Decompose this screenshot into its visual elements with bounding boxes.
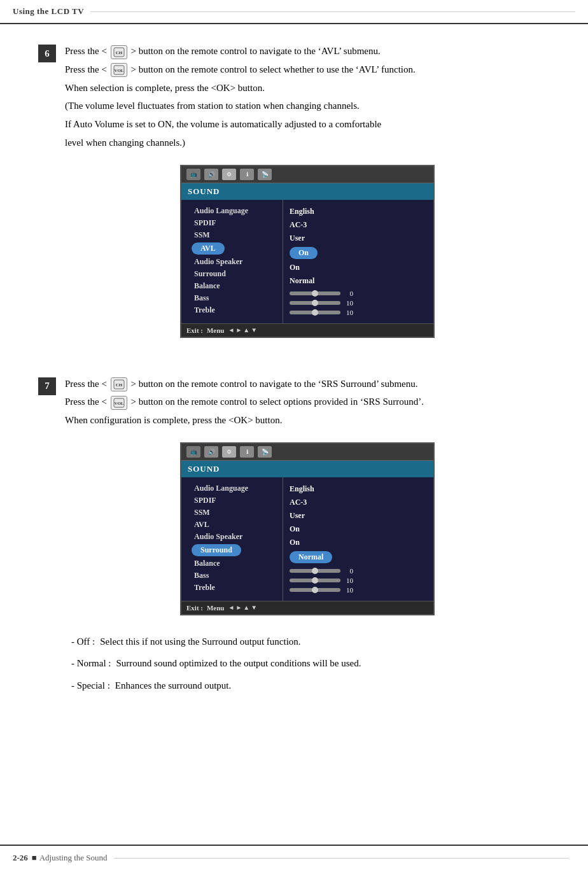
toolbar-antenna-icon: 📡	[258, 169, 272, 180]
step-7-line-3: When configuration is complete, press th…	[65, 412, 550, 428]
s2-slider-balance: 0	[290, 567, 427, 575]
screen-1-exit-label: Exit :	[186, 326, 203, 334]
menu-surround: Surround	[181, 268, 283, 280]
header-divider	[90, 11, 575, 12]
step-6-content: Press the < CH > button on the remote co…	[65, 43, 550, 357]
slider-treble: 10	[290, 309, 427, 316]
bullet-special-text: Enhances the surround output.	[115, 678, 231, 693]
val-on-highlighted: On	[290, 245, 427, 261]
svg-text:VOL: VOL	[114, 68, 123, 73]
screen-2-toolbar: 📺 🔊 ⚙ ℹ 📡	[181, 444, 433, 461]
screen-1-header: SOUND	[181, 183, 433, 200]
footer-section-label: Adjusting the Sound	[39, 853, 108, 863]
val-english: English	[290, 205, 427, 218]
ch-icon-1: CH	[111, 45, 127, 59]
page-footer: 2-26 ■ Adjusting the Sound	[0, 845, 588, 870]
screen-2-body: Audio Language SPDIF SSM AVL Audio Speak…	[181, 477, 433, 601]
footer-bullet: ■	[32, 853, 37, 863]
step-7-line-2: Press the < VOL > button on the remote c…	[65, 394, 550, 410]
footer-page-number: 2-26	[13, 853, 28, 863]
s2-menu-balance: Balance	[181, 558, 283, 570]
bullet-special-dash: - Special :	[71, 678, 110, 693]
screen-2-mockup: 📺 🔊 ⚙ ℹ 📡 SOUND Audio Language SPDIF SSM…	[180, 442, 435, 615]
s2-toolbar-info-icon: ℹ	[240, 446, 254, 458]
screen-1-toolbar: 📺 🔊 ⚙ ℹ 📡	[181, 166, 433, 183]
val-on2: On	[290, 261, 427, 274]
step-6-text: Press the < CH > button on the remote co…	[65, 43, 550, 151]
slider-balance: 0	[290, 290, 427, 297]
bullet-off-text: Select this if not using the Surround ou…	[100, 635, 300, 649]
step-6-line-3: When selection is complete, press the <O…	[65, 80, 550, 96]
screen-2-header: SOUND	[181, 461, 433, 477]
s2-menu-bass: Bass	[181, 570, 283, 582]
menu-audio-speaker: Audio Speaker	[181, 256, 283, 268]
slider-bass: 10	[290, 299, 427, 307]
step-6-line-5: If Auto Volume is set to ON, the volume …	[65, 116, 550, 132]
menu-audio-language: Audio Language	[181, 205, 283, 217]
screen-1-mockup: 📺 🔊 ⚙ ℹ 📡 SOUND Audio Language SPDIF SSM…	[180, 165, 435, 338]
header-title: Using the LCD TV	[13, 6, 84, 17]
step-6-line-4: (The volume level fluctuates from statio…	[65, 98, 550, 114]
screen-1-menu: Audio Language SPDIF SSM AVL Audio Speak…	[181, 200, 283, 323]
s2-slider-treble: 10	[290, 586, 427, 594]
s2-menu-audio-speaker: Audio Speaker	[181, 531, 283, 543]
menu-spdif: SPDIF	[181, 217, 283, 229]
step-7-text: Press the < CH > button on the remote co…	[65, 376, 550, 428]
bullet-normal: - Normal : Surround sound optimized to t…	[71, 656, 550, 671]
step-7-number: 7	[38, 377, 56, 395]
s2-val-user: User	[290, 509, 427, 523]
toolbar-settings-icon: ⚙	[222, 169, 236, 180]
screen-1-nav-arrows: ◄ ► ▲ ▼	[228, 326, 257, 333]
bullet-off: - Off : Select this if not using the Sur…	[71, 635, 550, 649]
bullet-normal-dash: - Normal :	[71, 656, 111, 671]
s2-toolbar-antenna-icon: 📡	[258, 446, 272, 458]
s2-slider-balance-track	[290, 569, 340, 573]
bullet-list: - Off : Select this if not using the Sur…	[71, 635, 550, 693]
s2-menu-surround: Surround	[181, 543, 283, 558]
screen-2-footer: Exit : Menu ◄ ► ▲ ▼	[181, 601, 433, 614]
s2-toolbar-sound-icon: 🔊	[204, 446, 218, 458]
s2-val-on: On	[290, 523, 427, 536]
step-6-number: 6	[38, 45, 56, 62]
s2-val-on2: On	[290, 536, 427, 549]
svg-text:CH: CH	[115, 50, 122, 55]
screen-2-nav-arrows: ◄ ► ▲ ▼	[228, 604, 257, 611]
ch-icon-2: CH	[111, 377, 127, 391]
svg-text:CH: CH	[115, 382, 122, 388]
footer-divider	[114, 858, 569, 859]
s2-slider-bass: 10	[290, 577, 427, 584]
screen-1-menu-label: Menu	[207, 326, 225, 334]
step-6-block: 6 Press the < CH > button on the remote …	[38, 43, 550, 357]
s2-menu-spdif: SPDIF	[181, 495, 283, 507]
step-6-line-2: Press the < VOL > button on the remote c…	[65, 62, 550, 78]
s2-val-english: English	[290, 482, 427, 496]
menu-balance: Balance	[181, 280, 283, 292]
screen-1-values: English AC-3 User On On Normal 0	[283, 200, 433, 323]
s2-toolbar-tv-icon: 📺	[186, 446, 200, 458]
s2-toolbar-settings-icon: ⚙	[222, 446, 236, 458]
vol-icon-1: VOL	[111, 63, 127, 77]
s2-menu-audio-language: Audio Language	[181, 482, 283, 495]
bullet-special: - Special : Enhances the surround output…	[71, 678, 550, 693]
slider-bass-track	[290, 301, 340, 305]
s2-menu-ssm: SSM	[181, 507, 283, 519]
val-normal: Normal	[290, 274, 427, 288]
screen-2-menu: Audio Language SPDIF SSM AVL Audio Speak…	[181, 477, 283, 601]
slider-treble-track	[290, 311, 340, 314]
bullet-normal-text: Surround sound optimized to the output c…	[116, 656, 361, 671]
slider-balance-track	[290, 291, 340, 295]
bullet-off-dash: - Off :	[71, 635, 95, 649]
s2-val-ac3: AC-3	[290, 496, 427, 509]
svg-text:VOL: VOL	[114, 401, 123, 406]
toolbar-info-icon: ℹ	[240, 169, 254, 180]
menu-avl: AVL	[181, 241, 283, 256]
val-user: User	[290, 232, 427, 245]
val-ac3: AC-3	[290, 218, 427, 232]
s2-val-normal-highlighted: Normal	[290, 549, 427, 565]
step-7-block: 7 Press the < CH > button on the remote …	[38, 376, 550, 701]
page-header: Using the LCD TV	[0, 0, 588, 24]
screen-1-wrapper: 📺 🔊 ⚙ ℹ 📡 SOUND Audio Language SPDIF SSM…	[65, 165, 550, 338]
step-7-content: Press the < CH > button on the remote co…	[65, 376, 550, 701]
vol-icon-2: VOL	[111, 396, 127, 410]
screen-2-exit-label: Exit :	[186, 604, 203, 612]
